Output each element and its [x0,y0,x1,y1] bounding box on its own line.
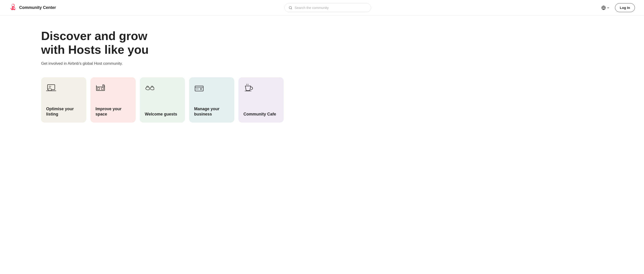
airbnb-logo [9,4,16,11]
svg-line-1 [291,9,292,9]
card-manage[interactable]: Manage your business [189,77,234,122]
card-welcome-label: Welcome guests [145,112,180,117]
search-icon [289,6,292,10]
card-cafe[interactable]: Community Cafe [238,77,284,122]
site-title: Community Center [19,5,56,10]
svg-point-17 [200,88,202,90]
header-left: Community Center [9,4,56,12]
svg-rect-15 [103,85,104,86]
airbnb-logo-link[interactable] [9,4,16,12]
header-right: Log In [600,3,635,12]
svg-rect-10 [97,88,100,90]
card-manage-label: Manage your business [194,106,229,117]
site-header: Community Center Log In [0,0,644,16]
main-content: Discover and grow with Hosts like you Ge… [0,16,320,141]
card-optimise[interactable]: Optimise your listing [41,77,86,122]
svg-rect-9 [96,87,104,91]
search-input[interactable] [294,6,367,10]
slippers-icon [145,83,155,93]
wallet-icon [194,83,204,93]
search-wrapper [284,3,371,12]
coffee-icon [244,83,254,93]
chevron-down-icon [607,7,610,9]
svg-rect-11 [102,88,104,90]
card-improve[interactable]: Improve your space [90,77,136,122]
bed-icon [96,83,106,93]
card-cafe-label: Community Cafe [244,112,278,117]
cards-grid: Optimise your listing Improve your space [41,77,310,122]
card-optimise-label: Optimise your listing [46,106,81,117]
globe-icon [601,6,606,10]
language-button[interactable] [600,4,611,12]
login-button[interactable]: Log In [615,3,635,12]
hero-title: Discover and grow with Hosts like you [41,29,183,57]
card-improve-label: Improve your space [96,106,131,117]
svg-rect-7 [48,89,52,91]
laptop-icon [46,83,56,93]
svg-rect-16 [195,86,203,91]
card-welcome[interactable]: Welcome guests [140,77,185,122]
search-container [284,3,371,12]
hero-subtitle: Get involved in Airbnb's global Host com… [41,61,310,66]
